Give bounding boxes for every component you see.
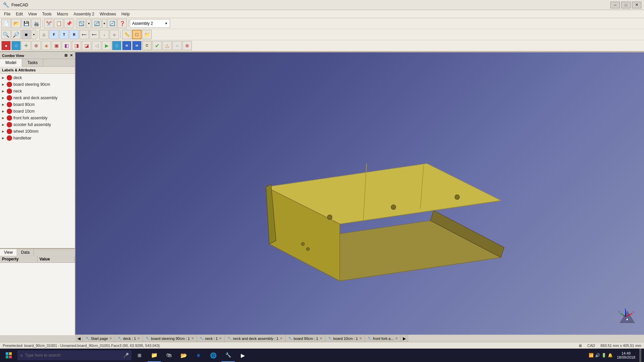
menu-windows[interactable]: Windows — [97, 11, 119, 17]
doc-tab-neckdeck[interactable]: 🔧 neck and deck assembly : 1 ✕ — [225, 335, 285, 342]
tree-item-board10[interactable]: ▶ board 10cm — [1, 108, 74, 115]
part-tool6[interactable]: ▣ — [52, 41, 61, 50]
doc-tab-close-deck[interactable]: ✕ — [137, 337, 140, 340]
clock[interactable]: 14:49 18/09/2018 — [614, 351, 638, 359]
view-home[interactable]: ⌂ — [39, 30, 49, 39]
part-move[interactable]: ✛ — [21, 41, 31, 50]
part-tool9[interactable]: ◪ — [82, 41, 91, 50]
doc-tab-close-neck[interactable]: ✕ — [219, 337, 222, 340]
combo-float-icon[interactable]: ⊞ — [64, 53, 67, 57]
tree-item-neck-deck[interactable]: ▶ neck and deck assembly — [1, 95, 74, 101]
close-button[interactable]: ✕ — [632, 2, 641, 8]
tree-item-neck[interactable]: ▶ neck — [1, 88, 74, 95]
part-tool14[interactable]: M — [132, 41, 142, 50]
draw-style[interactable]: ■ — [21, 30, 31, 39]
doc-tab-start[interactable]: 🔧 Start page ✕ — [83, 335, 115, 342]
triangle-tool[interactable]: △ — [162, 41, 172, 50]
tab-scroll-left[interactable]: ◀ — [75, 335, 83, 342]
undo-dropdown[interactable]: ▼ — [87, 19, 91, 28]
media-icon[interactable]: ▶ — [236, 349, 250, 362]
draw-style-drop[interactable]: ▼ — [32, 30, 36, 39]
tree-item-frontfork[interactable]: ▶ front fork assembly — [1, 115, 74, 121]
menu-file[interactable]: File — [1, 11, 13, 17]
freecad-taskbar-icon[interactable]: 🔧 — [221, 349, 235, 362]
open-folder[interactable]: 📁 — [142, 30, 152, 39]
doc-tab-close-b10[interactable]: ✕ — [359, 337, 362, 340]
tab-data[interactable]: Data — [17, 249, 34, 256]
tree-item-handlebar[interactable]: ▶ handlebar — [1, 135, 74, 141]
menu-assembly2[interactable]: Assembly 2 — [71, 11, 97, 17]
print-button[interactable]: 🖨️ — [32, 19, 41, 28]
redo-dropdown[interactable]: ▼ — [102, 19, 107, 28]
part-anim[interactable]: ⬡ — [112, 41, 121, 50]
doc-tab-frontfork[interactable]: 🔧 front fork a... ✕ — [365, 335, 401, 342]
parts-list[interactable]: 🗒 — [142, 41, 152, 50]
part-cylinder[interactable]: ⬡ — [11, 41, 21, 50]
tree-item-deck[interactable]: ▶ deck — [1, 74, 74, 81]
doc-tab-close-start[interactable]: ✕ — [109, 337, 112, 340]
doc-tab-board10[interactable]: 🔧 board 10cm : 1 ✕ — [325, 335, 365, 342]
copy-button[interactable]: 📋 — [54, 19, 63, 28]
view-top[interactable]: T — [59, 30, 69, 39]
notification-icon[interactable]: 🔔 — [608, 353, 613, 358]
part-tool7[interactable]: ◧ — [62, 41, 71, 50]
doc-tab-close-ff[interactable]: ✕ — [395, 337, 398, 340]
save-button[interactable]: 💾 — [21, 19, 31, 28]
help-button[interactable]: ❓ — [117, 19, 127, 28]
redo-button[interactable]: ↪️ — [92, 19, 101, 28]
menu-tools[interactable]: Tools — [40, 11, 54, 17]
tree-item-boardsteering[interactable]: ▶ board steering 90cm — [1, 81, 74, 88]
part-constraint[interactable]: ⊕ — [32, 41, 41, 50]
show-desktop-button[interactable] — [639, 349, 641, 362]
check-mark[interactable]: ✔ — [152, 41, 162, 50]
view-right[interactable]: R — [69, 30, 79, 39]
doc-tab-board90[interactable]: 🔧 board 90cm : 1 ✕ — [285, 335, 325, 342]
view-front[interactable]: F — [49, 30, 59, 39]
maximize-button[interactable]: □ — [621, 2, 631, 8]
tab-tasks[interactable]: Tasks — [22, 59, 44, 66]
part-box[interactable]: ■ — [1, 41, 11, 50]
menu-help[interactable]: Help — [119, 11, 132, 17]
search-bar[interactable]: ○ 🎤 — [17, 350, 131, 360]
part-tool5[interactable]: ◈ — [42, 41, 51, 50]
create-group[interactable]: □ — [132, 30, 142, 39]
doc-tab-boardsteering[interactable]: 🔧 board steering 90cm : 1 ✕ — [143, 335, 197, 342]
view-fit-all[interactable]: 🔍 — [1, 30, 11, 39]
open-button[interactable]: 📂 — [11, 19, 21, 28]
viewport[interactable]: ▲ X Y Z — [75, 52, 644, 335]
tree-item-scooterfull[interactable]: ▶ scooter full assembly — [1, 121, 74, 128]
edge-icon[interactable]: e — [192, 349, 205, 362]
doc-tab-neck[interactable]: 🔧 neck : 1 ✕ — [197, 335, 225, 342]
doc-tab-deck[interactable]: 🔧 deck : 1 ✕ — [115, 335, 143, 342]
start-button[interactable] — [1, 349, 16, 362]
chrome-icon[interactable]: 🌐 — [207, 349, 220, 362]
menu-macro[interactable]: Macro — [54, 11, 71, 17]
connect-tool[interactable]: ⊗ — [182, 41, 192, 50]
view-bottom[interactable]: ↓ — [100, 30, 109, 39]
part-tool8[interactable]: ◨ — [72, 41, 81, 50]
undo-button[interactable]: ↩️ — [76, 19, 86, 28]
menu-edit[interactable]: Edit — [13, 11, 25, 17]
view-left[interactable]: ⟵ — [90, 30, 99, 39]
menu-view[interactable]: View — [25, 11, 40, 17]
tree-item-board90[interactable]: ▶ board 90cm — [1, 101, 74, 108]
cut-button[interactable]: ✂️ — [44, 19, 53, 28]
tab-model[interactable]: Model — [0, 59, 22, 67]
view-fit-sel[interactable]: 🔎 — [11, 30, 21, 39]
doc-tab-close-nd[interactable]: ✕ — [280, 337, 282, 340]
search-input[interactable] — [25, 353, 121, 358]
store-icon[interactable]: 🛍 — [162, 349, 176, 362]
part-play[interactable]: ▶ — [102, 41, 111, 50]
assembly2-dropdown[interactable]: Assembly 2 ▼ — [130, 19, 170, 28]
paste-button[interactable]: 📌 — [64, 19, 73, 28]
folder-icon[interactable]: 📂 — [177, 349, 191, 362]
task-view-button[interactable]: ⊞ — [133, 349, 146, 362]
minimize-button[interactable]: ─ — [610, 2, 620, 8]
doc-tab-close-b90[interactable]: ✕ — [320, 337, 322, 340]
new-button[interactable]: 📄 — [1, 19, 11, 28]
part-tool10[interactable]: ◁ — [92, 41, 101, 50]
part-tool13[interactable]: M — [122, 41, 131, 50]
tab-scroll-right[interactable]: ▶ — [401, 335, 408, 342]
view-rear[interactable]: ⟵ — [79, 30, 89, 39]
measure-button[interactable]: 📏 — [122, 30, 131, 39]
